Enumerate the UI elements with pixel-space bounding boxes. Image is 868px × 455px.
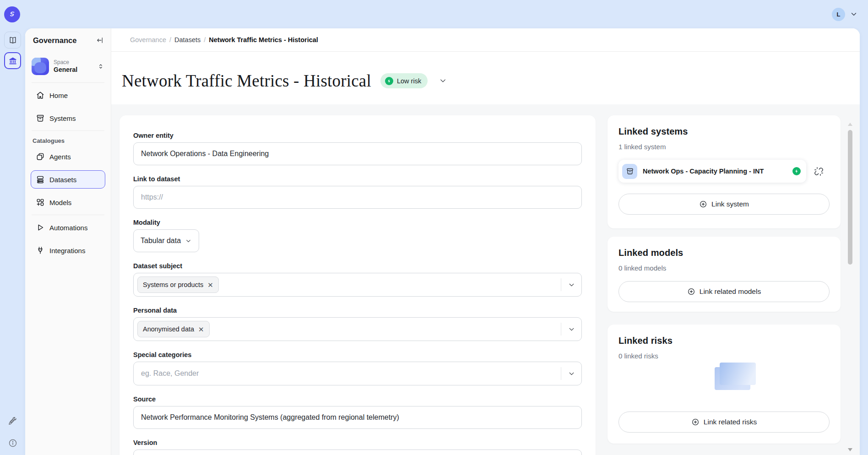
tools-icon[interactable]: [8, 416, 17, 426]
linked-models-title: Linked models: [618, 248, 830, 258]
sidebar-title: Governance: [33, 36, 76, 45]
page-title: Network Traffic Metrics - Historical: [122, 71, 371, 91]
risk-badge: Low risk: [380, 73, 428, 88]
breadcrumb-separator: /: [204, 36, 206, 43]
sidebar: Governance Space General Home: [25, 28, 111, 455]
modality-select[interactable]: Tabular data: [133, 229, 199, 252]
sidebar-item-home[interactable]: Home: [31, 86, 105, 104]
special-categories-placeholder: eg. Race, Gender: [137, 369, 561, 378]
divider: [32, 130, 104, 131]
personal-data-label: Personal data: [133, 307, 582, 314]
app-logo[interactable]: [4, 6, 20, 22]
vertical-scrollbar[interactable]: [848, 96, 852, 452]
breadcrumb-datasets[interactable]: Datasets: [174, 36, 201, 43]
linked-risks-title: Linked risks: [618, 336, 830, 346]
breadcrumb-separator: /: [169, 36, 171, 43]
account-chevron-down-icon[interactable]: [850, 10, 858, 18]
breadcrumb-current: Network Traffic Metrics - Historical: [209, 36, 318, 43]
sidebar-item-label: Systems: [49, 114, 76, 122]
sidebar-item-label: Datasets: [49, 176, 76, 184]
system-status-bolt-icon: [792, 167, 801, 175]
server-stack-icon: [36, 175, 45, 184]
breadcrumb: Governance / Datasets / Network Traffic …: [111, 28, 860, 52]
sidebar-item-label: Home: [49, 92, 68, 99]
avatar[interactable]: L: [832, 8, 845, 21]
chip-label: Systems or products: [143, 281, 203, 288]
grid-plus-icon: [36, 198, 45, 207]
divider: [32, 215, 104, 215]
sidebar-item-automations[interactable]: Automations: [31, 218, 105, 237]
risk-badge-label: Low risk: [397, 77, 421, 85]
sidebar-collapse-icon[interactable]: [96, 36, 104, 44]
book-icon: [8, 36, 17, 45]
space-name: General: [54, 66, 92, 73]
linked-risks-count: 0 linked risks: [618, 352, 830, 360]
scroll-down-arrow-icon[interactable]: [848, 448, 852, 451]
chip-remove-icon[interactable]: ✕: [207, 282, 213, 288]
chip-systems-or-products: Systems or products ✕: [137, 276, 219, 293]
sidebar-item-label: Integrations: [49, 247, 85, 255]
plus-circle-icon: [687, 287, 695, 296]
chevron-down-icon[interactable]: [561, 281, 581, 289]
space-switcher[interactable]: Space General: [31, 52, 105, 81]
bank-icon: [8, 56, 17, 65]
left-icon-rail: [0, 28, 25, 455]
system-archive-icon: [622, 164, 637, 179]
source-input[interactable]: [133, 406, 582, 429]
governance-rail-button[interactable]: [4, 52, 21, 69]
chip-remove-icon[interactable]: ✕: [198, 326, 204, 333]
special-categories-multiselect[interactable]: eg. Race, Gender: [133, 362, 582, 385]
space-label: Space: [54, 60, 92, 66]
sidebar-item-integrations[interactable]: Integrations: [31, 241, 105, 260]
special-categories-label: Special categories: [133, 351, 582, 358]
archive-box-icon: [36, 114, 45, 123]
chevron-down-icon: [185, 238, 192, 244]
divider: [32, 82, 104, 83]
link-to-dataset-label: Link to dataset: [133, 175, 582, 183]
sidebar-section-catalogues: Catalogues: [31, 132, 105, 145]
owner-entity-label: Owner entity: [133, 132, 582, 139]
link-system-button[interactable]: Link system: [618, 194, 830, 215]
plus-circle-icon: [699, 200, 707, 208]
chevron-down-icon[interactable]: [561, 325, 581, 333]
sidebar-item-label: Automations: [49, 224, 87, 232]
scroll-up-arrow-icon[interactable]: [848, 123, 852, 126]
top-bar: L: [0, 0, 868, 28]
personal-data-multiselect[interactable]: Anonymised data ✕: [133, 317, 582, 341]
linked-models-count: 0 linked models: [618, 264, 830, 272]
page-body: Owner entity Link to dataset Modality Ta…: [111, 104, 860, 455]
sidebar-item-datasets[interactable]: Datasets: [31, 170, 105, 189]
plus-circle-icon: [691, 418, 700, 426]
unlink-icon[interactable]: [814, 167, 824, 176]
link-to-dataset-input[interactable]: [133, 186, 582, 209]
info-icon[interactable]: [8, 439, 17, 448]
dataset-subject-multiselect[interactable]: Systems or products ✕: [133, 273, 582, 297]
scrollbar-thumb[interactable]: [848, 130, 852, 265]
linked-systems-title: Linked systems: [618, 126, 830, 137]
sidebar-item-models[interactable]: Models: [31, 193, 105, 211]
logo-squiggle-icon: [7, 10, 17, 19]
linked-risks-card: Linked risks 0 linked risks Link related…: [608, 325, 841, 444]
sidebar-item-agents[interactable]: Agents: [31, 147, 105, 166]
modality-value: Tabular data: [141, 237, 181, 245]
linked-entities-column: Linked systems 1 linked system Network O…: [608, 115, 841, 444]
risk-chevron-down-icon[interactable]: [439, 76, 447, 85]
sidebar-item-label: Agents: [49, 153, 71, 161]
owner-entity-input[interactable]: [133, 142, 582, 165]
linked-systems-count: 1 linked system: [618, 143, 830, 151]
linked-models-card: Linked models 0 linked models Link relat…: [608, 237, 841, 312]
breadcrumb-governance[interactable]: Governance: [130, 36, 166, 43]
page-header: Network Traffic Metrics - Historical Low…: [111, 52, 860, 104]
link-related-models-button[interactable]: Link related models: [618, 281, 830, 302]
linked-system-row[interactable]: Network Ops - Capacity Planning - INT: [618, 160, 806, 183]
version-input[interactable]: [133, 450, 582, 455]
chevron-down-icon[interactable]: [561, 370, 581, 378]
home-icon: [36, 91, 45, 100]
main-content: Governance / Datasets / Network Traffic …: [111, 28, 860, 455]
link-system-button-label: Link system: [711, 200, 749, 208]
sidebar-item-systems[interactable]: Systems: [31, 109, 105, 127]
link-related-risks-button[interactable]: Link related risks: [618, 412, 830, 433]
sidebar-item-label: Models: [49, 199, 71, 206]
library-rail-button[interactable]: [4, 32, 21, 49]
dataset-form-card: Owner entity Link to dataset Modality Ta…: [119, 115, 596, 455]
